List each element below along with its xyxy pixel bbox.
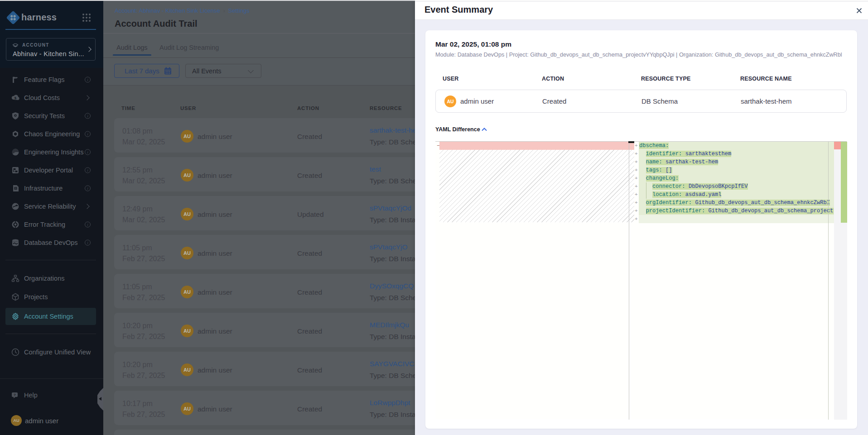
svg-text:$: $: [14, 96, 17, 100]
svg-text:?: ?: [14, 393, 16, 397]
